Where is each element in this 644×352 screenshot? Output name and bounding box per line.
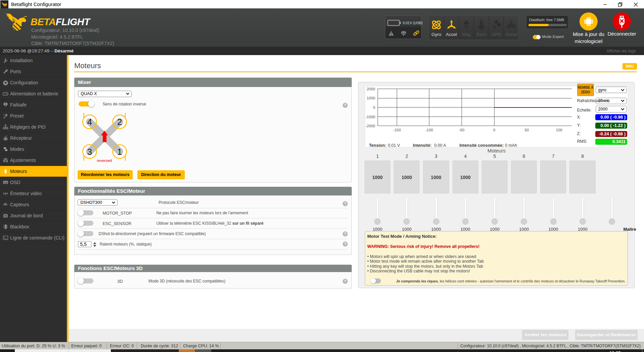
- svg-text:3: 3: [87, 147, 92, 157]
- svg-text:-100: -100: [425, 128, 433, 132]
- svg-text:Intensité consommée:: Intensité consommée:: [459, 143, 504, 148]
- svg-text:100: 100: [556, 128, 562, 132]
- svg-text:OSD: OSD: [4, 182, 8, 184]
- svg-text:4: 4: [87, 117, 92, 127]
- svg-text:N: N: [464, 24, 468, 30]
- svg-text:Intensité:: Intensité:: [413, 143, 432, 148]
- svg-text:Tension:: Tension:: [369, 143, 386, 148]
- svg-text:-2000: -2000: [365, 124, 375, 128]
- svg-text:0 mAh: 0 mAh: [505, 143, 517, 148]
- svg-text:1: 1: [117, 147, 122, 157]
- svg-text:1000: 1000: [367, 96, 375, 100]
- svg-text:0: 0: [493, 128, 495, 132]
- svg-text:0: 0: [373, 105, 375, 109]
- svg-text:50: 50: [524, 128, 529, 132]
- svg-text:-150: -150: [393, 128, 401, 132]
- svg-text:-50: -50: [459, 128, 464, 132]
- svg-text:reversed: reversed: [97, 159, 112, 163]
- svg-text:0.00 A: 0.00 A: [434, 143, 446, 148]
- svg-text:2000: 2000: [367, 87, 375, 91]
- svg-text:-1000: -1000: [365, 115, 375, 119]
- svg-text:0.01 V: 0.01 V: [388, 143, 400, 148]
- svg-text:2: 2: [117, 117, 122, 127]
